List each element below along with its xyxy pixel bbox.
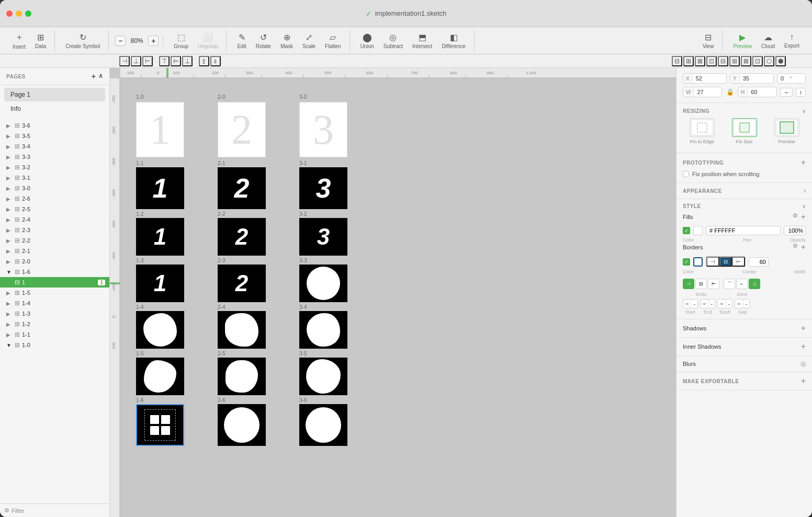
rp-align-4[interactable]: ⊡ xyxy=(706,56,717,66)
fix-position-checkbox[interactable] xyxy=(683,171,689,177)
page-item-page1[interactable]: Page 1 xyxy=(4,88,105,101)
w-input[interactable]: W 27 xyxy=(683,87,722,97)
lock-button[interactable]: 🔒 xyxy=(725,87,735,97)
prototyping-plus[interactable]: + xyxy=(801,158,806,167)
artboard-2-0-white[interactable]: 2 xyxy=(218,102,266,157)
artboard-1-0-white[interactable]: 1 xyxy=(136,102,184,157)
resize-pin-to-edge[interactable]: Pin to Edge xyxy=(683,118,721,144)
start-minus-btn[interactable]: − xyxy=(683,300,691,308)
layer-item-3-0[interactable]: ▶ ⊞ 3-0 xyxy=(0,183,109,193)
layer-item-2-0[interactable]: ▶ ⊞ 2-0 xyxy=(0,256,109,267)
layer-item-3-5[interactable]: ▶ ⊞ 3-5 xyxy=(0,131,109,141)
artboard-3-6[interactable] xyxy=(299,404,347,446)
edit-button[interactable]: ✎ Edit xyxy=(233,30,250,51)
minimize-button[interactable] xyxy=(16,10,22,17)
resize-preview[interactable]: Preview xyxy=(768,118,806,144)
border-center-btn[interactable]: ⊟ xyxy=(719,257,732,267)
align-top-button[interactable]: ⊤ xyxy=(159,56,170,66)
blurs-toggle[interactable]: ◎ xyxy=(800,360,806,367)
expand-3-3[interactable]: ▶ xyxy=(6,154,13,160)
layer-item-2-3[interactable]: ▶ ⊞ 2-3 xyxy=(0,225,109,235)
rp-align-1[interactable]: ⊟ xyxy=(672,56,682,66)
layer-item-1-4[interactable]: ▶ ⊞ 1-4 xyxy=(0,298,109,308)
artboard-1-1[interactable]: 1 xyxy=(136,167,184,209)
make-exportable-plus[interactable]: + xyxy=(801,376,806,386)
borders-plus-icon[interactable]: + xyxy=(801,243,806,252)
preview-button[interactable]: ▶ Preview xyxy=(729,30,756,51)
fill-opacity-input[interactable] xyxy=(784,226,806,235)
artboard-1-6[interactable] xyxy=(136,404,184,446)
artboard-2-1[interactable]: 2 xyxy=(218,167,266,209)
artboard-1-4[interactable] xyxy=(136,311,184,349)
artboard-1-2[interactable]: 1 xyxy=(136,218,184,256)
expand-2-6[interactable]: ▶ xyxy=(6,196,13,202)
insert-button[interactable]: ＋ Insert xyxy=(8,30,30,52)
joins-btn-1[interactable]: ⌒ xyxy=(724,279,735,289)
expand-2-5[interactable]: ▶ xyxy=(6,206,13,212)
page-item-info[interactable]: Info xyxy=(4,102,105,116)
rp-align-6[interactable]: ⊞ xyxy=(729,56,740,66)
artboard-2-6[interactable] xyxy=(218,404,266,446)
expand-2-1[interactable]: ▶ xyxy=(6,248,13,254)
align-right-button[interactable]: ⊢ xyxy=(142,56,153,66)
align-left-button[interactable]: ⊣ xyxy=(119,56,130,66)
rp-align-8[interactable]: ⊡ xyxy=(752,56,763,66)
layer-item-1-2[interactable]: ▶ ⊞ 1-2 xyxy=(0,319,109,329)
border-inside-btn[interactable]: ⊣ xyxy=(706,257,719,267)
expand-3-1[interactable]: ▶ xyxy=(6,175,13,181)
end-minus-btn[interactable]: − xyxy=(701,300,708,308)
artboard-3-3[interactable] xyxy=(299,265,347,302)
expand-1-4[interactable]: ▶ xyxy=(6,301,13,306)
layer-item-2-4[interactable]: ▶ ⊞ 2-4 xyxy=(0,214,109,225)
layer-item-2-2[interactable]: ▶ ⊞ 2-2 xyxy=(0,235,109,246)
close-button[interactable] xyxy=(6,10,13,17)
expand-2-4[interactable]: ▶ xyxy=(6,217,13,223)
align-center-v-button[interactable]: ⊨ xyxy=(171,56,181,66)
rp-align-5[interactable]: ⊟ xyxy=(718,56,728,66)
rp-align-2[interactable]: ⊞ xyxy=(683,56,694,66)
expand-1-3[interactable]: ▶ xyxy=(6,311,13,317)
canvas-area[interactable]: -100 0 100 200 300 400 500 600 7 xyxy=(110,68,676,517)
rotation-input[interactable]: 0 ° xyxy=(777,73,806,84)
zoom-minus-button[interactable]: − xyxy=(115,36,126,46)
expand-3-0[interactable]: ▶ xyxy=(6,186,13,191)
layer-item-1-6-parent[interactable]: ▼ ⊞ 1-6 xyxy=(0,267,109,277)
artboard-2-3[interactable]: 2 xyxy=(218,265,266,302)
artboard-1-3[interactable]: 1 xyxy=(136,265,184,302)
artboard-3-1[interactable]: 3 xyxy=(299,167,347,209)
artboard-2-5[interactable] xyxy=(218,358,266,395)
subtract-button[interactable]: ◎ Subtract xyxy=(379,30,407,51)
expand-2-3[interactable]: ▶ xyxy=(6,227,13,233)
difference-button[interactable]: ◧ Difference xyxy=(437,30,469,51)
expand-2-0[interactable]: ▶ xyxy=(6,259,13,265)
add-page-button[interactable]: + xyxy=(92,72,96,81)
group-button[interactable]: ⬚ Group xyxy=(170,30,193,51)
layer-item-2-5[interactable]: ▶ ⊞ 2-5 xyxy=(0,204,109,214)
distribute-h-button[interactable]: ⫿ xyxy=(199,56,209,66)
expand-2-2[interactable]: ▶ xyxy=(6,238,13,244)
layer-item-3-2[interactable]: ▶ ⊞ 3-2 xyxy=(0,162,109,173)
appearance-arrow[interactable]: › xyxy=(804,187,806,194)
expand-1-2[interactable]: ▶ xyxy=(6,321,13,327)
dash-minus-btn[interactable]: − xyxy=(718,300,726,308)
layer-item-1[interactable]: ⊟ 1 1 xyxy=(0,277,109,288)
inner-shadows-plus[interactable]: + xyxy=(801,342,806,351)
scale-button[interactable]: ⤢ Scale xyxy=(298,30,320,51)
union-button[interactable]: ⬤ Union xyxy=(356,30,378,51)
expand-3-5[interactable]: ▶ xyxy=(6,133,13,139)
layer-item-3-1[interactable]: ▶ ⊞ 3-1 xyxy=(0,173,109,183)
expand-3-2[interactable]: ▶ xyxy=(6,165,13,170)
expand-1-6[interactable]: ▼ xyxy=(6,269,13,275)
gap-minus-btn[interactable]: − xyxy=(735,300,743,308)
border-checkbox[interactable]: ✓ xyxy=(683,258,690,266)
y-input[interactable]: Y 35 xyxy=(730,73,774,84)
layer-item-1-5[interactable]: ▶ ⊞ 1-5 xyxy=(0,288,109,298)
expand-1-0[interactable]: ▼ xyxy=(6,342,13,348)
artboard-2-4[interactable] xyxy=(218,311,266,349)
expand-3-4[interactable]: ▶ xyxy=(6,144,13,150)
cloud-button[interactable]: ☁ Cloud xyxy=(757,30,779,51)
flip-v-button[interactable]: ↕ xyxy=(796,88,806,97)
artboard-3-5[interactable] xyxy=(299,358,347,395)
layer-item-2-6[interactable]: ▶ ⊞ 2-6 xyxy=(0,193,109,204)
artboard-3-0-white[interactable]: 3 xyxy=(299,102,347,157)
